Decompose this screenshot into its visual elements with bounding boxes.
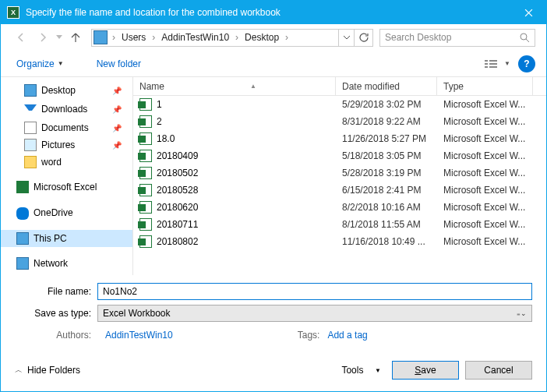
search-icon [519, 32, 530, 43]
back-button[interactable] [12, 28, 30, 47]
pin-icon: 📌 [112, 87, 122, 95]
new-folder-button[interactable]: New folder [92, 55, 146, 72]
history-dropdown[interactable] [55, 28, 63, 47]
documents-icon [24, 122, 37, 134]
excel-file-icon [139, 150, 152, 162]
file-date: 11/26/2018 5:27 PM [336, 133, 437, 144]
view-mode-button[interactable] [481, 55, 503, 72]
savetype-select[interactable]: Excel Workbook₌⌄ [97, 305, 532, 322]
file-name: 18.0 [157, 133, 175, 144]
tools-menu[interactable]: Tools ▼ [337, 362, 386, 379]
close-button[interactable] [511, 1, 546, 24]
file-row[interactable]: 201804095/18/2018 3:05 PMMicrosoft Excel… [133, 147, 546, 164]
svg-rect-1 [485, 60, 488, 62]
chevron-down-icon: ₌⌄ [517, 309, 527, 317]
organize-menu[interactable]: Organize▼ [12, 55, 69, 72]
file-date: 5/18/2018 3:05 PM [336, 150, 437, 161]
crumb-users[interactable]: Users [118, 32, 149, 43]
file-rows[interactable]: 15/29/2018 3:02 PMMicrosoft Excel W...28… [133, 96, 546, 275]
file-name: 1 [157, 99, 162, 110]
file-row[interactable]: 18.011/26/2018 5:27 PMMicrosoft Excel W.… [133, 130, 546, 147]
refresh-button[interactable] [355, 29, 373, 47]
filename-input[interactable] [97, 283, 532, 300]
file-row[interactable]: 201806208/2/2018 10:16 AMMicrosoft Excel… [133, 199, 546, 216]
meta-row: Authors: AddinTestWin10 Tags: Add a tag [15, 327, 532, 341]
network-icon [16, 257, 29, 270]
drive-icon [94, 30, 108, 44]
file-name: 20180802 [157, 236, 198, 247]
file-name: 20180711 [157, 219, 198, 230]
file-date: 6/15/2018 2:41 PM [336, 185, 437, 196]
savetype-row: Save as type: Excel Workbook₌⌄ [15, 305, 532, 322]
desktop-icon [24, 84, 37, 97]
excel-file-icon [139, 235, 152, 248]
file-row[interactable]: 28/31/2018 9:22 AMMicrosoft Excel W... [133, 113, 546, 130]
chevron-up-icon: ︿ [15, 365, 23, 376]
tags-value[interactable]: Add a tag [327, 330, 367, 341]
column-name[interactable]: Name▲ [133, 77, 336, 95]
cancel-button[interactable]: Cancel [465, 361, 532, 380]
file-name: 20180409 [157, 150, 198, 161]
tree-item-documents[interactable]: Documents📌 [1, 119, 132, 136]
file-row[interactable]: 2018080211/16/2018 10:49 ...Microsoft Ex… [133, 233, 546, 250]
bottom-bar: ︿Hide Folders Tools ▼ Save Cancel [1, 347, 546, 390]
file-date: 5/28/2018 3:19 PM [336, 168, 437, 178]
view-options: ▼ [481, 55, 510, 72]
file-type: Microsoft Excel W... [437, 185, 546, 196]
crumb-desktop[interactable]: Desktop [242, 32, 282, 43]
file-type: Microsoft Excel W... [437, 202, 546, 213]
svg-point-0 [521, 34, 527, 40]
pin-icon: 📌 [112, 105, 122, 114]
chevron-right-icon: › [150, 32, 157, 43]
save-button[interactable]: Save [392, 361, 459, 380]
savetype-label: Save as type: [15, 308, 97, 319]
file-list-area: Name▲ Date modified Type 15/29/2018 3:02… [133, 77, 546, 275]
filename-label: File name: [15, 286, 97, 297]
sort-asc-icon: ▲ [250, 83, 256, 90]
chevron-down-icon[interactable]: ▼ [504, 60, 510, 67]
address-box: › Users › AddinTestWin10 › Desktop › Sea… [91, 29, 535, 47]
onedrive-icon [16, 207, 29, 220]
hide-folders-toggle[interactable]: ︿Hide Folders [15, 365, 80, 376]
tree-item-downloads[interactable]: Downloads📌 [1, 99, 132, 119]
file-name: 20180528 [157, 185, 198, 196]
tree-item-onedrive[interactable]: OneDrive [1, 203, 132, 222]
tree-item-network[interactable]: Network [1, 255, 132, 272]
crumb-user[interactable]: AddinTestWin10 [158, 32, 232, 43]
file-row[interactable]: 201807118/1/2018 11:55 AMMicrosoft Excel… [133, 216, 546, 233]
tree-item-desktop[interactable]: Desktop📌 [1, 82, 132, 99]
chevron-right-icon: › [234, 32, 240, 43]
titlebar: X Specify the file name and location for… [1, 1, 546, 24]
forward-button[interactable] [34, 28, 52, 47]
file-row[interactable]: 201805025/28/2018 3:19 PMMicrosoft Excel… [133, 164, 546, 182]
excel-file-icon [139, 167, 152, 179]
search-input[interactable]: Search Desktop [379, 29, 535, 47]
svg-rect-5 [485, 66, 488, 68]
breadcrumb[interactable]: › Users › AddinTestWin10 › Desktop › [91, 29, 339, 47]
column-date[interactable]: Date modified [336, 77, 437, 95]
file-date: 8/2/2018 10:16 AM [336, 202, 437, 213]
svg-rect-6 [489, 66, 497, 68]
address-dropdown[interactable] [339, 29, 355, 47]
tree-item-word[interactable]: word [1, 154, 132, 171]
help-button[interactable]: ? [518, 55, 535, 72]
tree-item-pictures[interactable]: Pictures📌 [1, 136, 132, 154]
toolbar: Organize▼ New folder ▼ ? [1, 51, 546, 77]
authors-value[interactable]: AddinTestWin10 [105, 330, 173, 341]
pc-icon [16, 232, 29, 245]
navigation-tree[interactable]: Desktop📌 Downloads📌 Documents📌 Pictures📌… [1, 77, 133, 275]
file-type: Microsoft Excel W... [437, 168, 546, 178]
pictures-icon [24, 139, 37, 151]
navbar: › Users › AddinTestWin10 › Desktop › Sea… [1, 24, 546, 51]
tags-label: Tags: [298, 330, 320, 341]
file-name: 20180620 [157, 202, 198, 213]
svg-rect-2 [489, 60, 497, 62]
up-button[interactable] [66, 28, 85, 47]
file-row[interactable]: 15/29/2018 3:02 PMMicrosoft Excel W... [133, 96, 546, 113]
column-type[interactable]: Type [437, 77, 533, 95]
file-row[interactable]: 201805286/15/2018 2:41 PMMicrosoft Excel… [133, 182, 546, 199]
svg-rect-4 [489, 63, 497, 65]
tree-item-excel[interactable]: Microsoft Excel [1, 178, 132, 196]
tree-item-thispc[interactable]: This PC [1, 230, 132, 247]
file-type: Microsoft Excel W... [437, 116, 546, 127]
